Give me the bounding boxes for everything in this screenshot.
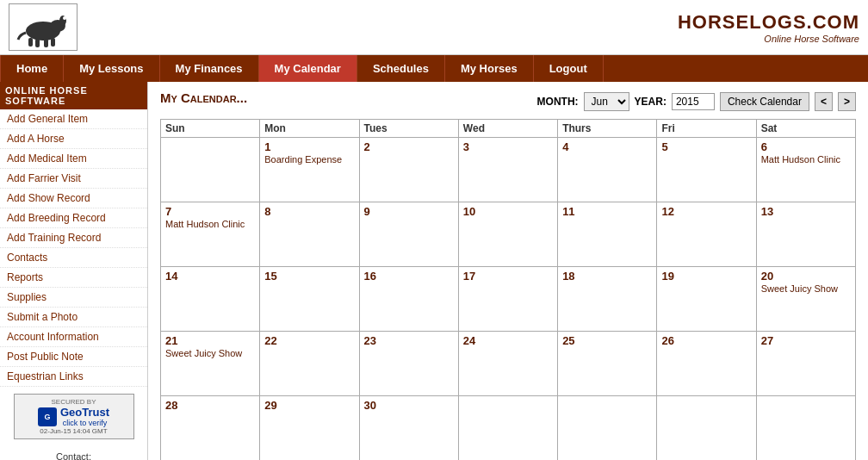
check-calendar-button[interactable]: Check Calendar bbox=[720, 92, 809, 111]
nav-schedules[interactable]: Schedules bbox=[357, 55, 445, 82]
site-brand: HORSELOGS.COM Online Horse Software bbox=[678, 11, 859, 44]
sidebar-link-add-farrier[interactable]: Add Farrier Visit bbox=[0, 169, 147, 189]
nav-horses[interactable]: My Horses bbox=[445, 55, 534, 82]
sidebar-link-add-training[interactable]: Add Training Record bbox=[0, 228, 147, 248]
geotrust-secured: SECURED BY bbox=[20, 398, 128, 406]
cal-cell[interactable]: 2 bbox=[359, 138, 458, 202]
sidebar-link-add-medical[interactable]: Add Medical Item bbox=[0, 149, 147, 169]
cal-cell[interactable] bbox=[558, 396, 657, 461]
col-mon: Mon bbox=[260, 120, 359, 138]
cal-cell[interactable] bbox=[458, 396, 557, 461]
page-title: My Calendar... bbox=[160, 90, 247, 105]
sidebar-link-add-breeding[interactable]: Add Breeding Record bbox=[0, 208, 147, 228]
geotrust-date: 02-Jun-15 14:04 GMT bbox=[20, 427, 128, 435]
cal-cell[interactable]: 22 bbox=[260, 332, 359, 396]
nav-calendar[interactable]: My Calendar bbox=[259, 55, 357, 82]
nav-logout[interactable]: Logout bbox=[534, 55, 604, 82]
cal-cell[interactable]: 17 bbox=[458, 267, 557, 332]
sidebar-link-reports[interactable]: Reports bbox=[0, 268, 147, 288]
top-header: HORSELOGS.COM Online Horse Software bbox=[0, 0, 868, 55]
next-month-button[interactable]: > bbox=[838, 92, 856, 111]
table-row: 1Boarding Expense 2 3 4 5 6Matt Hudson C… bbox=[161, 138, 856, 202]
prev-month-button[interactable]: < bbox=[815, 92, 833, 111]
cal-cell[interactable]: 28 bbox=[161, 396, 260, 461]
cal-cell[interactable]: 26 bbox=[657, 332, 756, 396]
svg-rect-5 bbox=[44, 39, 48, 47]
cal-cell[interactable]: 6Matt Hudson Clinic bbox=[756, 138, 855, 202]
nav-finances[interactable]: My Finances bbox=[160, 55, 259, 82]
sidebar-link-add-horse[interactable]: Add A Horse bbox=[0, 129, 147, 149]
logo-area bbox=[9, 3, 78, 51]
main-layout: ONLINE HORSE SOFTWARE Add General Item A… bbox=[0, 82, 868, 460]
svg-rect-4 bbox=[35, 39, 40, 47]
col-fri: Fri bbox=[657, 120, 756, 138]
col-tues: Tues bbox=[359, 120, 458, 138]
cal-cell[interactable]: 25 bbox=[558, 332, 657, 396]
cal-cell[interactable]: 19 bbox=[657, 267, 756, 332]
sidebar-link-equestrian[interactable]: Equestrian Links bbox=[0, 367, 147, 387]
cal-cell[interactable]: 10 bbox=[458, 202, 557, 267]
cal-cell[interactable]: 27 bbox=[756, 332, 855, 396]
sidebar-link-add-general[interactable]: Add General Item bbox=[0, 109, 147, 129]
sidebar: ONLINE HORSE SOFTWARE Add General Item A… bbox=[0, 82, 148, 460]
table-row: 7Matt Hudson Clinic 8 9 10 11 12 13 bbox=[161, 202, 856, 267]
cal-cell[interactable] bbox=[756, 396, 855, 461]
svg-point-7 bbox=[63, 16, 66, 20]
sidebar-link-add-show[interactable]: Add Show Record bbox=[0, 189, 147, 208]
table-row: 21Sweet Juicy Show 22 23 24 25 26 27 bbox=[161, 332, 856, 396]
cal-cell[interactable]: 1Boarding Expense bbox=[260, 138, 359, 202]
cal-cell[interactable] bbox=[657, 396, 756, 461]
cal-cell[interactable]: 23 bbox=[359, 332, 458, 396]
cal-cell[interactable]: 16 bbox=[359, 267, 458, 332]
cal-cell[interactable]: 14 bbox=[161, 267, 260, 332]
cal-cell[interactable]: 13 bbox=[756, 202, 855, 267]
cal-cell[interactable]: 11 bbox=[558, 202, 657, 267]
sidebar-link-contacts[interactable]: Contacts bbox=[0, 248, 147, 268]
geotrust-name: GeoTrust bbox=[60, 406, 109, 419]
cal-cell[interactable]: 3 bbox=[458, 138, 557, 202]
cal-cell[interactable] bbox=[161, 138, 260, 202]
sidebar-link-photo[interactable]: Submit a Photo bbox=[0, 308, 147, 327]
col-wed: Wed bbox=[458, 120, 557, 138]
cal-cell[interactable]: 15 bbox=[260, 267, 359, 332]
cal-controls-right: MONTH: JanFebMar AprMayJun JulAugSep Oct… bbox=[537, 92, 856, 111]
cal-cell[interactable]: 21Sweet Juicy Show bbox=[161, 332, 260, 396]
sidebar-link-note[interactable]: Post Public Note bbox=[0, 347, 147, 367]
month-label: MONTH: bbox=[537, 96, 579, 108]
geotrust-badge[interactable]: SECURED BY G GeoTrust click to verify 02… bbox=[14, 394, 134, 439]
month-select[interactable]: JanFebMar AprMayJun JulAugSep OctNovDec bbox=[584, 92, 629, 111]
cal-cell[interactable]: 20Sweet Juicy Show bbox=[756, 267, 855, 332]
contact-area: Contact: support@horselogs.com bbox=[0, 446, 147, 460]
geotrust-click: click to verify bbox=[60, 419, 109, 427]
cal-cell[interactable]: 8 bbox=[260, 202, 359, 267]
brand-name: HORSELOGS.COM bbox=[678, 11, 859, 34]
col-thurs: Thurs bbox=[558, 120, 657, 138]
cal-cell[interactable]: 9 bbox=[359, 202, 458, 267]
cal-cell[interactable]: 7Matt Hudson Clinic bbox=[161, 202, 260, 267]
cal-cell[interactable]: 5 bbox=[657, 138, 756, 202]
cal-cell[interactable]: 24 bbox=[458, 332, 557, 396]
logo-horse bbox=[9, 3, 78, 51]
calendar-controls: My Calendar... MONTH: JanFebMar AprMayJu… bbox=[160, 90, 856, 112]
nav-lessons[interactable]: My Lessons bbox=[64, 55, 159, 82]
cal-cell[interactable]: 30 bbox=[359, 396, 458, 461]
svg-rect-3 bbox=[28, 38, 33, 47]
col-sun: Sun bbox=[161, 120, 260, 138]
table-row: 14 15 16 17 18 19 20Sweet Juicy Show bbox=[161, 267, 856, 332]
year-label: YEAR: bbox=[635, 96, 666, 108]
table-row: 28 29 30 bbox=[161, 396, 856, 461]
content-area: My Calendar... MONTH: JanFebMar AprMayJu… bbox=[148, 82, 868, 460]
cal-cell[interactable]: 29 bbox=[260, 396, 359, 461]
cal-cell[interactable]: 4 bbox=[558, 138, 657, 202]
cal-cell[interactable]: 12 bbox=[657, 202, 756, 267]
sidebar-title: ONLINE HORSE SOFTWARE bbox=[0, 82, 147, 109]
sidebar-link-supplies[interactable]: Supplies bbox=[0, 288, 147, 308]
year-input[interactable] bbox=[672, 93, 715, 110]
calendar-header-row: Sun Mon Tues Wed Thurs Fri Sat bbox=[161, 120, 856, 138]
nav-home[interactable]: Home bbox=[0, 55, 64, 82]
cal-cell[interactable]: 18 bbox=[558, 267, 657, 332]
main-nav: Home My Lessons My Finances My Calendar … bbox=[0, 55, 868, 82]
calendar-table: Sun Mon Tues Wed Thurs Fri Sat 1Boarding… bbox=[160, 119, 856, 460]
svg-rect-6 bbox=[51, 38, 55, 47]
sidebar-link-account[interactable]: Account Information bbox=[0, 327, 147, 347]
